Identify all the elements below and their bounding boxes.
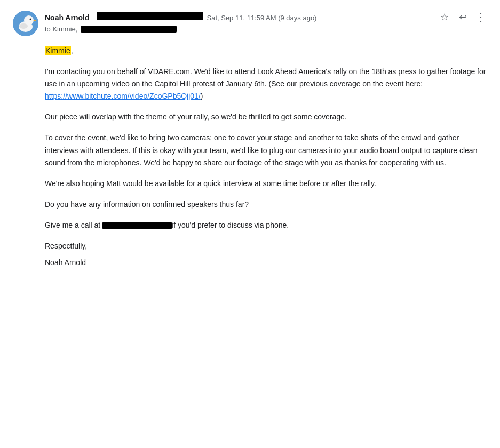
recipient-label: to Kimmie, [45, 25, 77, 33]
sender-avatar [13, 11, 38, 36]
star-button[interactable] [438, 11, 451, 23]
email-container: Noah Arnold Sat, Sep 11, 11:59 AM (9 day… [0, 0, 500, 288]
phone-number-redacted [102, 222, 172, 229]
email-signature: Noah Arnold [45, 257, 487, 269]
paragraph-1-after-link: ) [201, 92, 203, 100]
email-closing: Respectfully, [45, 240, 487, 252]
recipient-row: to Kimmie, [45, 25, 487, 33]
paragraph-5: Do you have any information on confirmed… [45, 198, 487, 211]
svg-point-2 [24, 15, 34, 25]
header-info: Noah Arnold Sat, Sep 11, 11:59 AM (9 day… [45, 11, 487, 33]
action-icons [438, 11, 487, 23]
sender-email-redacted [97, 12, 203, 20]
reply-button[interactable] [456, 11, 469, 23]
paragraph-6: Give me a call at if you'd prefer to dis… [45, 219, 487, 231]
paragraph-6-after: if you'd prefer to discuss via phone. [172, 221, 289, 229]
paragraph-1: I'm contacting you on behalf of VDARE.co… [45, 66, 487, 102]
more-options-button[interactable] [474, 11, 487, 23]
email-body: Kimmie, I'm contacting you on behalf of … [13, 45, 487, 269]
recipient-email-redacted [81, 26, 177, 33]
paragraph-1-before-link: I'm contacting you on behalf of VDARE.co… [45, 67, 486, 88]
header-top-row: Noah Arnold Sat, Sep 11, 11:59 AM (9 day… [45, 11, 487, 23]
svg-point-4 [19, 23, 28, 29]
email-timestamp: Sat, Sep 11, 11:59 AM (9 days ago) [207, 14, 316, 22]
paragraph-3: To cover the event, we'd like to bring t… [45, 132, 487, 169]
salutation-name: Kimmie [45, 46, 71, 55]
email-salutation: Kimmie, [45, 45, 487, 57]
paragraph-2: Our piece will overlap with the theme of… [45, 111, 487, 123]
bitchute-link[interactable]: https://www.bitchute.com/video/ZcoGPb5Qj… [45, 92, 201, 100]
paragraph-6-before: Give me a call at [45, 221, 102, 229]
sender-name: Noah Arnold [45, 13, 89, 22]
email-header: Noah Arnold Sat, Sep 11, 11:59 AM (9 day… [13, 11, 487, 36]
paragraph-4: We're also hoping Matt would be availabl… [45, 178, 487, 190]
svg-point-3 [30, 19, 31, 20]
